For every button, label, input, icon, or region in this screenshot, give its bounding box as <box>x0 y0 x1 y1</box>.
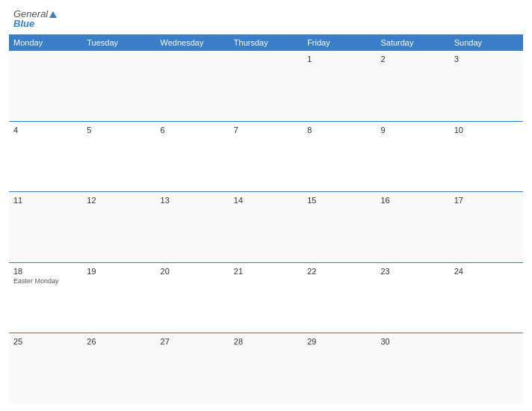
calendar-cell: 14 <box>229 192 303 262</box>
calendar-day-header: Monday <box>9 34 82 51</box>
calendar-cell: 11 <box>9 192 82 262</box>
calendar-cell: 4 <box>9 122 82 192</box>
day-number: 1 <box>307 55 371 64</box>
logo-triangle-icon <box>49 11 57 18</box>
calendar-cell: 9 <box>376 122 449 192</box>
calendar-cell: 8 <box>303 122 376 192</box>
calendar-cell: 10 <box>450 122 523 192</box>
day-number: 17 <box>454 196 519 205</box>
calendar-cell: 23 <box>376 263 449 333</box>
calendar-week: 123 <box>9 51 523 122</box>
day-number: 26 <box>87 337 151 346</box>
day-number: 11 <box>13 196 78 205</box>
calendar-cell: 2 <box>376 51 449 121</box>
day-number: 9 <box>380 126 445 135</box>
calendar-week: 252627282930 <box>9 333 523 404</box>
calendar-week: 45678910 <box>9 122 523 193</box>
calendar-day-header: Tuesday <box>82 34 155 51</box>
day-number: 8 <box>307 126 371 135</box>
day-number: 3 <box>454 55 519 64</box>
calendar-cell <box>82 51 155 121</box>
calendar-day-header: Sunday <box>450 34 523 51</box>
day-number: 18 <box>13 267 78 276</box>
calendar-cell: 20 <box>156 263 229 333</box>
calendar-body: 123456789101112131415161718Easter Monday… <box>9 51 523 404</box>
page-header: General Blue <box>0 0 532 34</box>
day-number: 20 <box>161 267 225 276</box>
day-number: 2 <box>380 55 445 64</box>
day-number: 4 <box>13 126 78 135</box>
calendar-cell: 26 <box>82 333 155 404</box>
calendar-cell: 24 <box>450 263 523 333</box>
calendar: MondayTuesdayWednesdayThursdayFridaySatu… <box>0 34 532 411</box>
calendar-cell: 6 <box>156 122 229 192</box>
calendar-week: 18Easter Monday192021222324 <box>9 263 523 334</box>
calendar-cell: 15 <box>303 192 376 262</box>
calendar-cell: 12 <box>82 192 155 262</box>
calendar-week: 11121314151617 <box>9 192 523 263</box>
day-number: 22 <box>307 267 371 276</box>
calendar-cell: 28 <box>229 333 303 404</box>
day-number: 13 <box>161 196 225 205</box>
day-number: 28 <box>234 337 298 346</box>
calendar-cell <box>229 51 303 121</box>
calendar-cell: 30 <box>376 333 449 404</box>
logo-blue-text: Blue <box>13 19 57 28</box>
logo: General Blue <box>13 9 57 28</box>
calendar-cell: 18Easter Monday <box>9 263 82 333</box>
calendar-cell: 17 <box>450 192 523 262</box>
calendar-cell: 21 <box>229 263 303 333</box>
day-number: 21 <box>234 267 298 276</box>
calendar-cell: 27 <box>156 333 229 404</box>
day-number: 15 <box>307 196 371 205</box>
day-number: 12 <box>87 196 151 205</box>
day-number: 19 <box>87 267 151 276</box>
day-number: 10 <box>454 126 519 135</box>
calendar-cell: 3 <box>450 51 523 121</box>
calendar-day-header: Thursday <box>229 34 303 51</box>
day-number: 7 <box>234 126 298 135</box>
calendar-cell <box>156 51 229 121</box>
calendar-cell: 13 <box>156 192 229 262</box>
day-number: 14 <box>234 196 298 205</box>
day-number: 23 <box>380 267 445 276</box>
holiday-label: Easter Monday <box>13 277 78 285</box>
calendar-cell: 19 <box>82 263 155 333</box>
day-number: 25 <box>13 337 78 346</box>
calendar-cell: 29 <box>303 333 376 404</box>
day-number: 27 <box>161 337 225 346</box>
calendar-cell: 16 <box>376 192 449 262</box>
day-number: 24 <box>454 267 519 276</box>
day-number: 29 <box>307 337 371 346</box>
calendar-cell <box>9 51 82 121</box>
calendar-cell: 5 <box>82 122 155 192</box>
calendar-cell: 22 <box>303 263 376 333</box>
calendar-header: MondayTuesdayWednesdayThursdayFridaySatu… <box>9 34 523 51</box>
calendar-cell: 1 <box>303 51 376 121</box>
calendar-cell: 25 <box>9 333 82 404</box>
day-number: 30 <box>380 337 445 346</box>
calendar-day-header: Friday <box>303 34 376 51</box>
calendar-cell: 7 <box>229 122 303 192</box>
day-number: 5 <box>87 126 151 135</box>
calendar-cell <box>450 333 523 404</box>
day-number: 6 <box>161 126 225 135</box>
calendar-day-header: Wednesday <box>156 34 229 51</box>
calendar-day-header: Saturday <box>376 34 449 51</box>
day-number: 16 <box>380 196 445 205</box>
